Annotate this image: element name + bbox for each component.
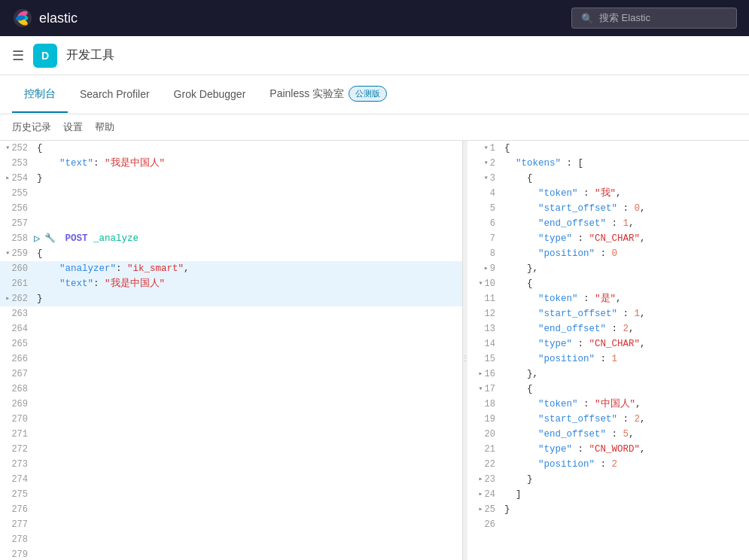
tab-grok-debugger[interactable]: Grok Debugger xyxy=(162,78,258,112)
output-line-number: ▾2 xyxy=(467,156,501,171)
line-number: 278 xyxy=(0,532,34,547)
output-line: ▸25} xyxy=(467,502,749,517)
output-fold-arrow-icon[interactable]: ▾ xyxy=(484,171,489,186)
output-line-content: "position" : 1 xyxy=(501,352,749,367)
output-line: 26 xyxy=(467,517,749,532)
editor-line: ▸262} xyxy=(0,291,462,306)
editor-line: 278 xyxy=(0,532,462,547)
output-fold-arrow-icon[interactable]: ▸ xyxy=(484,261,489,276)
output-line: 11 "token" : "是", xyxy=(467,291,749,306)
tab-search-profiler[interactable]: Search Profiler xyxy=(68,78,162,112)
editor-line: ▸254} xyxy=(0,171,462,186)
output-fold-arrow-icon[interactable]: ▸ xyxy=(479,472,483,487)
output-line-number: ▾10 xyxy=(467,276,501,291)
main-content: ▾252{253 "text": "我是中国人"▸254}25525625725… xyxy=(0,141,749,560)
fold-arrow-icon[interactable]: ▸ xyxy=(5,171,10,186)
run-button[interactable]: ▷ xyxy=(34,231,40,246)
line-number: 260 xyxy=(0,261,34,276)
tab-console[interactable]: 控制台 xyxy=(12,77,68,113)
output-line-content: { xyxy=(501,276,749,291)
output-line: 15 "position" : 1 xyxy=(467,352,749,367)
editor-line: 266 xyxy=(0,352,462,367)
output-line-content: }, xyxy=(501,367,749,382)
line-number: 265 xyxy=(0,336,34,352)
history-button[interactable]: 历史记录 xyxy=(12,120,51,134)
top-navbar: elastic 🔍 搜索 Elastic xyxy=(0,0,749,36)
output-line: 7 "type" : "CN_CHAR", xyxy=(467,231,749,246)
output-panel[interactable]: ▾1{▾2 "tokens" : [▾3 {4 "token" : "我",5 … xyxy=(467,141,749,560)
output-fold-arrow-icon[interactable]: ▸ xyxy=(479,487,483,502)
line-content: { xyxy=(34,246,462,261)
tab-grok-debugger-label: Grok Debugger xyxy=(174,88,246,100)
output-line-content: "token" : "我", xyxy=(501,186,749,201)
output-fold-arrow-icon[interactable]: ▾ xyxy=(484,156,489,171)
output-line: ▾10 { xyxy=(467,276,749,291)
hamburger-menu-button[interactable]: ☰ xyxy=(12,47,24,64)
output-fold-arrow-icon[interactable]: ▸ xyxy=(479,502,483,517)
editor-line: ▾252{ xyxy=(0,141,462,156)
output-line-number: 8 xyxy=(467,246,501,261)
output-line: 5 "start_offset" : 0, xyxy=(467,201,749,216)
output-line-content: "position" : 0 xyxy=(501,246,749,261)
output-line-number: 12 xyxy=(467,306,501,321)
output-line-number: 15 xyxy=(467,352,501,367)
editor-line: 255 xyxy=(0,186,462,201)
editor-line: 277 xyxy=(0,517,462,532)
fold-arrow-icon[interactable]: ▾ xyxy=(5,141,10,156)
output-line-number: ▾3 xyxy=(467,171,501,186)
line-number: 263 xyxy=(0,306,34,321)
line-number: 272 xyxy=(0,442,34,457)
global-search-bar[interactable]: 🔍 搜索 Elastic xyxy=(571,8,737,29)
output-line-content: { xyxy=(501,171,749,186)
dev-tools-avatar: D xyxy=(33,44,57,68)
elastic-logo-icon xyxy=(12,8,33,29)
line-content: { xyxy=(34,141,462,156)
line-number: 253 xyxy=(0,156,34,171)
line-number: 277 xyxy=(0,517,34,532)
output-line-content: } xyxy=(501,472,749,487)
editor-line: ▾259{ xyxy=(0,246,462,261)
output-line-content: }, xyxy=(501,261,749,276)
editor-line: 270 xyxy=(0,412,462,427)
output-line-content: { xyxy=(501,382,749,397)
output-line: ▾17 { xyxy=(467,382,749,397)
output-line-number: 22 xyxy=(467,457,501,472)
output-line: ▸16 }, xyxy=(467,367,749,382)
editor-line: 268 xyxy=(0,382,462,397)
output-fold-arrow-icon[interactable]: ▾ xyxy=(479,382,483,397)
help-button[interactable]: 帮助 xyxy=(95,120,114,134)
line-number: 256 xyxy=(0,201,34,216)
beta-badge: 公测版 xyxy=(349,86,387,102)
output-line: ▸9 }, xyxy=(467,261,749,276)
editor-line: 274 xyxy=(0,472,462,487)
output-fold-arrow-icon[interactable]: ▾ xyxy=(484,141,489,156)
output-line-content: "start_offset" : 1, xyxy=(501,306,749,321)
output-line-number: 26 xyxy=(467,517,501,532)
line-content: "analyzer": "ik_smart", xyxy=(34,261,462,276)
output-line-content: "end_offset" : 1, xyxy=(501,216,749,231)
line-number: 255 xyxy=(0,186,34,201)
tab-bar: 控制台 Search Profiler Grok Debugger Painle… xyxy=(0,75,749,114)
settings-button[interactable]: 设置 xyxy=(63,120,83,134)
line-number: ▸254 xyxy=(0,171,34,186)
toolbar: 历史记录 设置 帮助 xyxy=(0,114,749,141)
editor-line: 279 xyxy=(0,547,462,560)
output-fold-arrow-icon[interactable]: ▸ xyxy=(479,367,483,382)
line-number: 276 xyxy=(0,502,34,517)
tab-painless-lab[interactable]: Painless 实验室 公测版 xyxy=(257,75,399,114)
output-line: 14 "type" : "CN_CHAR", xyxy=(467,336,749,352)
output-line: 4 "token" : "我", xyxy=(467,186,749,201)
fold-arrow-icon[interactable]: ▸ xyxy=(5,291,10,306)
output-line-content: "position" : 2 xyxy=(501,457,749,472)
output-line: 6 "end_offset" : 1, xyxy=(467,216,749,231)
second-bar: ☰ D 开发工具 xyxy=(0,36,749,75)
editor-panel[interactable]: ▾252{253 "text": "我是中国人"▸254}25525625725… xyxy=(0,141,463,560)
output-line: ▾2 "tokens" : [ xyxy=(467,156,749,171)
output-fold-arrow-icon[interactable]: ▾ xyxy=(479,276,483,291)
fold-arrow-icon[interactable]: ▾ xyxy=(5,246,10,261)
editor-line: 271 xyxy=(0,427,462,442)
output-line-number: ▸23 xyxy=(467,472,501,487)
output-line-number: 6 xyxy=(467,216,501,231)
line-number: 258 xyxy=(0,231,34,246)
settings-action-icon[interactable]: 🔧 xyxy=(44,231,56,246)
